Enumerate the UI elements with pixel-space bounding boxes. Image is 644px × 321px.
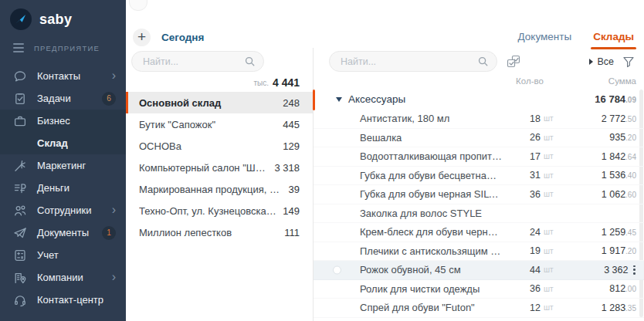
- item-unit: шт: [541, 247, 558, 255]
- item-name: Вешалка: [336, 132, 502, 144]
- items-controls: Все: [329, 51, 635, 72]
- hamburger-menu-icon[interactable]: [13, 43, 24, 52]
- sidebar-item-documents[interactable]: Документы1: [0, 221, 126, 244]
- sidebar-item-accounting[interactable]: Учет: [0, 244, 126, 266]
- logo[interactable]: saby: [0, 0, 126, 32]
- item-row[interactable]: Антистатик, 180 мл18шт2 772.50: [314, 110, 644, 129]
- item-unit: шт: [541, 133, 558, 142]
- item-sum: 3 362: [558, 265, 636, 275]
- item-sum: 1 283.35: [558, 302, 636, 313]
- item-qty: 24: [502, 227, 541, 238]
- spark-icon: [13, 159, 27, 173]
- row-checkbox[interactable]: [333, 265, 341, 274]
- warehouse-row[interactable]: Техно-Опт, ул. Кузнецовская, д. ...149: [126, 200, 313, 221]
- scrolled-item-remnant: [129, 0, 147, 11]
- warehouse-row[interactable]: Компьютерный салон "Штекер"3 318: [126, 157, 313, 178]
- sidebar-item-money[interactable]: Деньги: [0, 177, 126, 199]
- item-unit: шт: [541, 265, 558, 274]
- item-qty: 36: [502, 283, 541, 294]
- item-unit: шт: [541, 152, 558, 160]
- sidebar-item-contact-center[interactable]: Контакт-центр: [0, 289, 126, 311]
- add-button[interactable]: +: [133, 29, 151, 46]
- item-name: Губка для обуви бесцветная SALTON: [336, 170, 502, 181]
- sidebar-item-contacts[interactable]: Контакты›: [0, 65, 126, 87]
- item-name: Заколка для волос STYLE: [336, 208, 502, 219]
- item-name: Спрей для обуви "Futon": [336, 302, 502, 313]
- item-name: Плечики с антискользящим покрыт...: [336, 245, 502, 257]
- item-row[interactable]: Заколка для волос STYLE: [314, 204, 644, 224]
- warehouse-search-input[interactable]: [141, 56, 244, 68]
- search-icon[interactable]: [244, 56, 256, 67]
- workspace-label: ПРЕДПРИЯТИЕ: [34, 44, 100, 52]
- item-unit: шт: [541, 228, 558, 236]
- money-icon: [13, 181, 27, 195]
- items-panel: Все Кол-во Сумма Аксессуары16 784.09Анти…: [313, 48, 644, 321]
- item-row[interactable]: Ролик для чистки одежды36шт812.00: [314, 280, 644, 299]
- item-row[interactable]: Рожок обувной, 45 см44шт3 362: [314, 261, 644, 280]
- item-row[interactable]: Крем-блеск для обуви черный, 50 ...24шт1…: [314, 223, 644, 242]
- item-row[interactable]: Губка для обуви черная SILVER36шт1 062.6…: [314, 185, 644, 204]
- saby-bird-icon: [10, 8, 32, 30]
- warehouse-list: Основной склад248Бутик "Сапожок"445ОСНОВ…: [126, 92, 313, 243]
- item-sum: 1 062.60: [558, 189, 636, 200]
- total-unit: тыс.: [253, 79, 269, 87]
- item-unit: шт: [541, 171, 558, 180]
- sidebar-item-business[interactable]: Бизнес: [0, 110, 126, 132]
- warehouses-total: тыс. 4 441: [126, 73, 313, 92]
- chevron-right-icon: ›: [112, 204, 116, 216]
- warehouse-count: 445: [283, 119, 300, 130]
- warehouse-row[interactable]: Миллион лепестков111: [126, 221, 313, 243]
- item-row[interactable]: Спрей для обуви "Futon"12шт1 283.35: [314, 299, 644, 318]
- sidebar-item-label: Бизнес: [37, 115, 70, 127]
- tab-склады[interactable]: Склады: [593, 31, 634, 43]
- item-sum: 1 536.40: [558, 170, 636, 181]
- item-name: Водоотталкивающая пропитка для ...: [336, 150, 502, 162]
- warehouse-count: 248: [283, 97, 300, 109]
- items-search[interactable]: [329, 51, 497, 72]
- warehouse-row[interactable]: Бутик "Сапожок"445: [126, 113, 313, 135]
- row-menu-kebab-icon[interactable]: [632, 265, 636, 275]
- saby-app: saby ПРЕДПРИЯТИЕ Контакты›Задачи6БизнесС…: [0, 0, 644, 321]
- warehouse-search[interactable]: [131, 51, 264, 72]
- item-row[interactable]: Плечики с антискользящим покрыт...19шт1 …: [314, 242, 644, 262]
- tab-документы[interactable]: Документы: [518, 31, 572, 43]
- warehouse-row[interactable]: ОСНОВа129: [126, 135, 313, 157]
- sidebar-item-warehouse[interactable]: Склад: [0, 132, 126, 154]
- category-row[interactable]: Аксессуары16 784.09: [314, 89, 644, 110]
- item-sum: 1 259.45: [558, 227, 636, 238]
- mass-select-icon[interactable]: [507, 55, 520, 69]
- search-icon[interactable]: [477, 56, 489, 67]
- warehouse-row[interactable]: Основной склад248: [126, 92, 313, 113]
- warehouse-row[interactable]: Маркированная продукция, Кадр39: [126, 178, 313, 200]
- sidebar-item-label: Сотрудники: [37, 204, 91, 216]
- sidebar-item-marketing[interactable]: Маркетинг: [0, 154, 126, 177]
- sidebar-item-companies[interactable]: Компании›: [0, 266, 126, 289]
- sidebar-item-label: Документы: [37, 227, 89, 238]
- items-search-input[interactable]: [339, 56, 477, 68]
- warehouse-count: 129: [283, 140, 300, 152]
- sidebar: saby ПРЕДПРИЯТИЕ Контакты›Задачи6БизнесС…: [0, 0, 126, 321]
- warehouse-count: 111: [284, 227, 300, 238]
- item-row[interactable]: Водоотталкивающая пропитка для ...17шт1 …: [314, 147, 644, 167]
- filter-all[interactable]: Все: [589, 56, 614, 67]
- warehouse-name: Основной склад: [139, 97, 276, 109]
- sidebar-item-label: Учет: [37, 249, 59, 261]
- tasks-icon: [13, 92, 27, 106]
- sidebar-item-staff[interactable]: Сотрудники›: [0, 199, 126, 221]
- headset-icon: [13, 293, 27, 307]
- item-row[interactable]: Вешалка26шт935.20: [314, 129, 644, 148]
- item-name: Губка для обуви черная SILVER: [336, 188, 502, 200]
- chevron-right-icon: ›: [112, 69, 116, 82]
- item-qty: 12: [502, 302, 541, 313]
- sidebar-item-label: Склад: [37, 137, 68, 149]
- sidebar-menu: Контакты›Задачи6БизнесСкладМаркетингДень…: [0, 65, 126, 311]
- sidebar-item-tasks[interactable]: Задачи6: [0, 87, 126, 110]
- people-icon: [13, 204, 27, 218]
- item-row[interactable]: Губка для обуви бесцветная SALTON31шт1 5…: [314, 167, 644, 186]
- sidebar-item-label: Деньги: [37, 182, 69, 194]
- item-name: Ролик для чистки одежды: [336, 283, 502, 295]
- notification-badge: 6: [102, 92, 116, 106]
- date-filter[interactable]: Сегодня: [161, 32, 204, 43]
- filter-funnel-icon[interactable]: [622, 56, 635, 68]
- triangle-down-icon[interactable]: [336, 97, 342, 102]
